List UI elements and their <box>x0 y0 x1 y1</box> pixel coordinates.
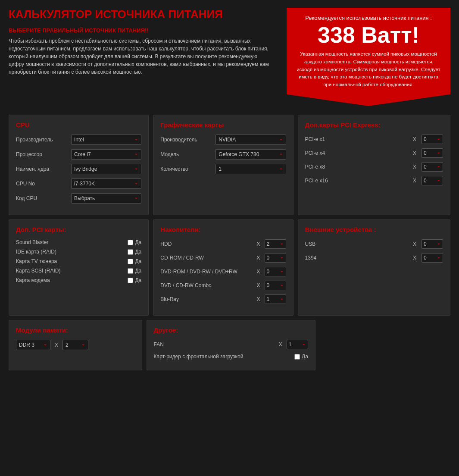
pci-e-x1-select[interactable]: 0123 <box>422 135 443 144</box>
memory-row: DDR 3 DDR 2 DDR X 1 2 3 4 6 8 <box>16 340 135 350</box>
cardreader-checkbox[interactable] <box>294 354 300 360</box>
pci-e-x8-select[interactable]: 0123 <box>422 162 443 172</box>
sound-blaster-yes[interactable]: Да <box>128 239 141 245</box>
cpu-code-select[interactable]: Выбрать <box>71 193 141 204</box>
gpu-model-label: Модель <box>160 151 212 157</box>
header-subtitle: ВЫБЕРИТЕ ПРАВИЛЬНЫЙ ИСТОЧНИК ПИТАНИЯ!! <box>9 27 274 34</box>
cpu-processor-label: Процессор <box>16 151 68 157</box>
other-panel: Другое: FAN X 0 1 2 3 4 Карт-ридер с фро… <box>147 320 315 370</box>
1394-select[interactable]: 012 <box>422 253 443 263</box>
usb-select[interactable]: 01234 <box>422 239 443 249</box>
gpu-qty-row: Количество 1 2 3 4 <box>160 164 286 174</box>
pci-cards-title: Доп. PCI карты: <box>16 226 141 233</box>
pci-e-x1-label: PCI-e x1 <box>305 136 408 142</box>
bluray-select[interactable]: 012 <box>265 294 286 304</box>
pci-e-x4-x: X <box>413 150 416 156</box>
cpu-processor-select[interactable]: Core i7 Core i5 Core i3 <box>71 149 141 160</box>
pci-e-x8-row: PCI-e x8 X 0123 <box>305 162 443 172</box>
dvdrom-x: X <box>257 269 260 275</box>
bluray-row: Blu-Ray X 012 <box>160 294 286 304</box>
scsi-raid-yes-label: Да <box>135 268 141 274</box>
tv-tuner-checkbox[interactable] <box>128 259 133 264</box>
tv-tuner-yes-label: Да <box>135 258 141 264</box>
header-description: Чтобы избежать проблем с нестабильностью… <box>9 37 274 76</box>
pci-e-x4-select[interactable]: 0123 <box>422 148 443 158</box>
dvd-combo-select[interactable]: 012 <box>265 281 286 290</box>
sound-blaster-label: Sound Blaster <box>16 239 124 245</box>
modem-yes[interactable]: Да <box>128 277 141 283</box>
cpu-code-row: Код CPU Выбрать <box>16 193 141 204</box>
row-1: CPU Производитель Intel AMD Процессор Co… <box>9 115 450 215</box>
sound-blaster-checkbox[interactable] <box>128 240 133 245</box>
bluray-x: X <box>257 296 260 302</box>
hdd-select[interactable]: 01234 <box>265 239 286 249</box>
gpu-qty-label: Количество <box>160 166 212 172</box>
cpu-manufacturer-select[interactable]: Intel AMD <box>71 135 141 145</box>
scsi-raid-checkbox[interactable] <box>128 268 133 274</box>
watt-note: Указанная мощность является суммой пиков… <box>295 50 442 89</box>
cpu-core-select[interactable]: Ivy Bridge Sandy Bridge Haswell <box>71 164 141 174</box>
cpu-no-row: CPU No i7-3770K i7-3770 i7-3820 <box>16 178 141 189</box>
dvdrom-select[interactable]: 012 <box>265 267 286 276</box>
ide-raid-row: IDE карта (RAID) Да <box>16 249 141 255</box>
storage-title: Накопители: <box>160 226 286 233</box>
gpu-manufacturer-label: Производитель <box>160 137 212 143</box>
cpu-no-label: CPU No <box>16 181 68 187</box>
dvdrom-label: DVD-ROM / DVD-RW / DVD+RW <box>160 269 252 275</box>
recommend-label: Рекомендуется использовать источник пита… <box>295 15 442 21</box>
header-left: КАЛЬКУЛЯТОР ИСТОЧНИКА ПИТАНИЯ ВЫБЕРИТЕ П… <box>9 8 278 106</box>
fan-row: FAN X 0 1 2 3 4 <box>154 340 308 349</box>
scsi-raid-yes[interactable]: Да <box>128 268 141 274</box>
ide-raid-yes[interactable]: Да <box>128 249 141 255</box>
row-3: Модули памяти: DDR 3 DDR 2 DDR X 1 2 3 4… <box>9 320 450 370</box>
tv-tuner-row: Карта TV тюнера Да <box>16 258 141 264</box>
ide-raid-checkbox[interactable] <box>128 249 133 255</box>
sound-blaster-yes-label: Да <box>135 239 141 245</box>
pci-e-x8-x: X <box>413 164 416 170</box>
pci-e-x16-label: PCI-e x16 <box>305 178 408 184</box>
cdrom-select[interactable]: 012 <box>265 253 286 263</box>
cpu-title: CPU <box>16 121 141 128</box>
sound-blaster-row: Sound Blaster Да <box>16 239 141 245</box>
pci-e-x1-row: PCI-e x1 X 0123 <box>305 135 443 144</box>
cardreader-yes[interactable]: Да <box>294 354 308 360</box>
other-title: Другое: <box>154 326 308 334</box>
tv-tuner-yes[interactable]: Да <box>128 258 141 264</box>
cpu-no-select[interactable]: i7-3770K i7-3770 i7-3820 <box>71 178 141 189</box>
main-content: CPU Производитель Intel AMD Процессор Co… <box>0 110 459 379</box>
dvdrom-row: DVD-ROM / DVD-RW / DVD+RW X 012 <box>160 267 286 276</box>
usb-row: USB X 01234 <box>305 239 443 249</box>
storage-panel: Накопители: HDD X 01234 CD-ROM / CD-RW X… <box>153 219 293 316</box>
modem-yes-label: Да <box>135 277 141 283</box>
memory-type-select[interactable]: DDR 3 DDR 2 DDR <box>16 340 50 350</box>
usb-x: X <box>413 241 416 247</box>
bluray-label: Blu-Ray <box>160 296 252 302</box>
gpu-manufacturer-select[interactable]: NVIDIA AMD <box>215 135 286 145</box>
modem-checkbox[interactable] <box>128 278 133 283</box>
pci-e-x4-label: PCI-e x4 <box>305 150 408 156</box>
modem-row: Карта модема Да <box>16 277 141 283</box>
cardreader-yes-label: Да <box>302 354 308 360</box>
page-title: КАЛЬКУЛЯТОР ИСТОЧНИКА ПИТАНИЯ <box>9 8 274 21</box>
fan-select[interactable]: 0 1 2 3 4 <box>287 340 308 349</box>
gpu-model-select[interactable]: Geforce GTX 780 Geforce GTX 770 Geforce … <box>215 149 286 160</box>
cpu-manufacturer-row: Производитель Intel AMD <box>16 135 141 145</box>
dvd-combo-row: DVD / CD-RW Combo X 012 <box>160 281 286 290</box>
memory-count-select[interactable]: 1 2 3 4 6 8 <box>62 340 88 350</box>
cpu-core-label: Наимен. ядра <box>16 166 68 172</box>
cpu-panel: CPU Производитель Intel AMD Процессор Co… <box>9 115 149 215</box>
pci-e-x16-select[interactable]: 0123 <box>422 176 443 185</box>
cpu-processor-row: Процессор Core i7 Core i5 Core i3 <box>16 149 141 160</box>
1394-row: 1394 X 012 <box>305 253 443 263</box>
cardreader-label: Карт-ридер с фронтальной загрузкой <box>154 354 291 360</box>
external-title: Внешние устройства : <box>305 226 443 233</box>
cdrom-x: X <box>257 255 260 261</box>
1394-x: X <box>413 255 416 261</box>
memory-panel: Модули памяти: DDR 3 DDR 2 DDR X 1 2 3 4… <box>9 320 142 370</box>
empty-panel <box>320 320 450 370</box>
header-section: КАЛЬКУЛЯТОР ИСТОЧНИКА ПИТАНИЯ ВЫБЕРИТЕ П… <box>0 0 459 110</box>
gpu-qty-select[interactable]: 1 2 3 4 <box>215 164 286 174</box>
ide-raid-label: IDE карта (RAID) <box>16 249 124 255</box>
pci-e-x1-x: X <box>413 136 416 142</box>
watt-value: 338 Ватт! <box>295 24 442 46</box>
